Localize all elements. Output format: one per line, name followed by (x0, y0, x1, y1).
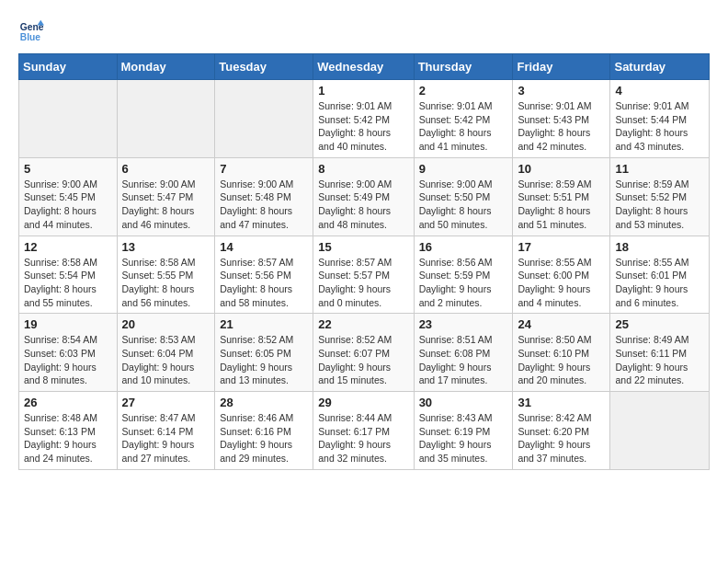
calendar-cell: 22Sunrise: 8:52 AM Sunset: 6:07 PM Dayli… (313, 314, 414, 392)
calendar-table: SundayMondayTuesdayWednesdayThursdayFrid… (18, 53, 710, 470)
day-number: 3 (518, 84, 605, 98)
day-number: 27 (122, 396, 210, 409)
day-number: 22 (318, 317, 408, 331)
calendar-cell: 13Sunrise: 8:58 AM Sunset: 5:55 PM Dayli… (117, 236, 215, 314)
calendar-cell: 23Sunrise: 8:51 AM Sunset: 6:08 PM Dayli… (414, 314, 513, 392)
calendar-cell: 8Sunrise: 9:00 AM Sunset: 5:49 PM Daylig… (313, 157, 414, 236)
day-number: 1 (318, 84, 408, 98)
day-number: 21 (220, 317, 308, 331)
day-number: 23 (419, 317, 508, 331)
day-number: 18 (615, 240, 704, 254)
day-info: Sunrise: 8:59 AM Sunset: 5:52 PM Dayligh… (615, 178, 704, 232)
day-number: 16 (419, 240, 508, 254)
day-info: Sunrise: 8:55 AM Sunset: 6:00 PM Dayligh… (518, 256, 605, 310)
day-info: Sunrise: 8:53 AM Sunset: 6:04 PM Dayligh… (122, 333, 210, 387)
day-info: Sunrise: 8:56 AM Sunset: 5:59 PM Dayligh… (419, 256, 508, 310)
day-number: 15 (318, 240, 408, 254)
calendar-cell: 29Sunrise: 8:44 AM Sunset: 6:17 PM Dayli… (313, 392, 414, 470)
day-info: Sunrise: 8:58 AM Sunset: 5:55 PM Dayligh… (122, 256, 210, 310)
calendar-cell: 6Sunrise: 9:00 AM Sunset: 5:47 PM Daylig… (117, 157, 215, 236)
calendar-cell: 3Sunrise: 9:01 AM Sunset: 5:43 PM Daylig… (513, 80, 610, 158)
day-info: Sunrise: 8:57 AM Sunset: 5:57 PM Dayligh… (318, 256, 408, 310)
day-number: 9 (419, 162, 508, 176)
calendar-cell: 5Sunrise: 9:00 AM Sunset: 5:45 PM Daylig… (19, 157, 118, 236)
day-info: Sunrise: 8:46 AM Sunset: 6:16 PM Dayligh… (220, 411, 308, 465)
day-number: 25 (615, 317, 704, 331)
calendar-cell (117, 80, 215, 158)
day-number: 11 (615, 162, 704, 176)
day-info: Sunrise: 8:59 AM Sunset: 5:51 PM Dayligh… (518, 178, 605, 232)
calendar-cell: 4Sunrise: 9:01 AM Sunset: 5:44 PM Daylig… (610, 80, 710, 158)
header-monday: Monday (117, 54, 215, 80)
day-info: Sunrise: 8:44 AM Sunset: 6:17 PM Dayligh… (318, 411, 408, 465)
header: General Blue (18, 18, 710, 44)
calendar-cell: 19Sunrise: 8:54 AM Sunset: 6:03 PM Dayli… (19, 314, 118, 392)
calendar-cell (215, 80, 313, 158)
calendar-cell: 24Sunrise: 8:50 AM Sunset: 6:10 PM Dayli… (513, 314, 610, 392)
day-info: Sunrise: 8:48 AM Sunset: 6:13 PM Dayligh… (24, 411, 112, 465)
calendar-week-row: 19Sunrise: 8:54 AM Sunset: 6:03 PM Dayli… (19, 314, 710, 392)
day-number: 26 (24, 396, 112, 409)
day-number: 24 (518, 317, 605, 331)
day-info: Sunrise: 8:47 AM Sunset: 6:14 PM Dayligh… (122, 411, 210, 465)
day-info: Sunrise: 9:00 AM Sunset: 5:48 PM Dayligh… (220, 178, 308, 232)
day-info: Sunrise: 8:54 AM Sunset: 6:03 PM Dayligh… (24, 333, 112, 387)
day-number: 7 (220, 162, 308, 176)
day-info: Sunrise: 9:01 AM Sunset: 5:43 PM Dayligh… (518, 99, 605, 154)
calendar-cell: 21Sunrise: 8:52 AM Sunset: 6:05 PM Dayli… (215, 314, 313, 392)
calendar-week-row: 5Sunrise: 9:00 AM Sunset: 5:45 PM Daylig… (19, 157, 710, 236)
calendar-cell: 27Sunrise: 8:47 AM Sunset: 6:14 PM Dayli… (117, 392, 215, 470)
day-number: 8 (318, 162, 408, 176)
day-number: 5 (24, 162, 112, 176)
day-info: Sunrise: 8:51 AM Sunset: 6:08 PM Dayligh… (419, 333, 508, 387)
day-number: 29 (318, 396, 408, 409)
calendar-cell: 20Sunrise: 8:53 AM Sunset: 6:04 PM Dayli… (117, 314, 215, 392)
day-info: Sunrise: 8:55 AM Sunset: 6:01 PM Dayligh… (615, 256, 704, 310)
calendar-cell (610, 392, 710, 470)
calendar-cell: 7Sunrise: 9:00 AM Sunset: 5:48 PM Daylig… (215, 157, 313, 236)
calendar-cell: 12Sunrise: 8:58 AM Sunset: 5:54 PM Dayli… (19, 236, 118, 314)
calendar-cell: 2Sunrise: 9:01 AM Sunset: 5:42 PM Daylig… (414, 80, 513, 158)
logo-icon: General Blue (18, 18, 44, 44)
calendar-cell: 15Sunrise: 8:57 AM Sunset: 5:57 PM Dayli… (313, 236, 414, 314)
calendar-cell (19, 80, 118, 158)
day-number: 17 (518, 240, 605, 254)
day-number: 30 (419, 396, 508, 409)
day-info: Sunrise: 9:00 AM Sunset: 5:49 PM Dayligh… (318, 178, 408, 232)
day-number: 28 (220, 396, 308, 409)
calendar-cell: 17Sunrise: 8:55 AM Sunset: 6:00 PM Dayli… (513, 236, 610, 314)
day-number: 13 (122, 240, 210, 254)
day-info: Sunrise: 8:43 AM Sunset: 6:19 PM Dayligh… (419, 411, 508, 465)
calendar-cell: 11Sunrise: 8:59 AM Sunset: 5:52 PM Dayli… (610, 157, 710, 236)
day-number: 31 (518, 396, 605, 409)
day-number: 20 (122, 317, 210, 331)
day-info: Sunrise: 9:01 AM Sunset: 5:42 PM Dayligh… (318, 99, 408, 154)
calendar-cell: 31Sunrise: 8:42 AM Sunset: 6:20 PM Dayli… (513, 392, 610, 470)
day-number: 10 (518, 162, 605, 176)
day-number: 2 (419, 84, 508, 98)
day-info: Sunrise: 8:49 AM Sunset: 6:11 PM Dayligh… (615, 333, 704, 387)
day-info: Sunrise: 8:52 AM Sunset: 6:05 PM Dayligh… (220, 333, 308, 387)
day-number: 19 (24, 317, 112, 331)
day-info: Sunrise: 9:00 AM Sunset: 5:47 PM Dayligh… (122, 178, 210, 232)
svg-text:Blue: Blue (20, 32, 41, 42)
day-number: 6 (122, 162, 210, 176)
day-info: Sunrise: 9:01 AM Sunset: 5:44 PM Dayligh… (615, 99, 704, 154)
calendar-cell: 9Sunrise: 9:00 AM Sunset: 5:50 PM Daylig… (414, 157, 513, 236)
calendar-week-row: 1Sunrise: 9:01 AM Sunset: 5:42 PM Daylig… (19, 80, 710, 158)
header-friday: Friday (513, 54, 610, 80)
day-info: Sunrise: 8:42 AM Sunset: 6:20 PM Dayligh… (518, 411, 605, 465)
calendar-cell: 14Sunrise: 8:57 AM Sunset: 5:56 PM Dayli… (215, 236, 313, 314)
calendar-cell: 10Sunrise: 8:59 AM Sunset: 5:51 PM Dayli… (513, 157, 610, 236)
calendar-cell: 28Sunrise: 8:46 AM Sunset: 6:16 PM Dayli… (215, 392, 313, 470)
day-number: 12 (24, 240, 112, 254)
day-info: Sunrise: 8:58 AM Sunset: 5:54 PM Dayligh… (24, 256, 112, 310)
day-info: Sunrise: 9:00 AM Sunset: 5:45 PM Dayligh… (24, 178, 112, 232)
calendar-cell: 16Sunrise: 8:56 AM Sunset: 5:59 PM Dayli… (414, 236, 513, 314)
calendar-week-row: 12Sunrise: 8:58 AM Sunset: 5:54 PM Dayli… (19, 236, 710, 314)
header-saturday: Saturday (610, 54, 710, 80)
calendar-cell: 1Sunrise: 9:01 AM Sunset: 5:42 PM Daylig… (313, 80, 414, 158)
day-info: Sunrise: 8:57 AM Sunset: 5:56 PM Dayligh… (220, 256, 308, 310)
day-info: Sunrise: 8:50 AM Sunset: 6:10 PM Dayligh… (518, 333, 605, 387)
header-thursday: Thursday (414, 54, 513, 80)
